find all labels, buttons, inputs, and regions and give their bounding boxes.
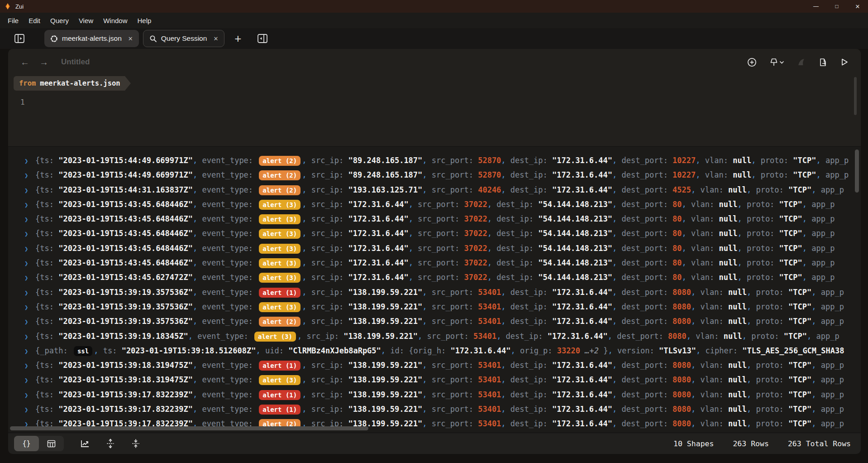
result-row[interactable]: ❯{ts: "2023-01-19T15:43:45.627472Z", eve…: [8, 270, 861, 285]
tab-meerkat-alerts[interactable]: meerkat-alerts.json ✕: [44, 30, 139, 47]
alert-badge: alert (3): [259, 214, 300, 224]
menu-view[interactable]: View: [74, 14, 98, 27]
expand-chevron-icon[interactable]: ❯: [24, 154, 35, 168]
view-toggle-group: {}: [14, 436, 64, 451]
menu-window[interactable]: Window: [98, 14, 132, 27]
result-row[interactable]: ❯{ts: "2023-01-19T15:39:17.832239Z", eve…: [8, 387, 861, 402]
pin-query-button[interactable]: [769, 58, 784, 67]
ts-value: "2023-01-19T15:39:18.319475Z": [58, 361, 193, 370]
result-row[interactable]: ❯{ts: "2023-01-19T15:39:19.357536Z", eve…: [8, 314, 861, 328]
menu-bar: File Edit Query View Window Help: [0, 13, 868, 28]
expand-chevron-icon[interactable]: ❯: [24, 198, 35, 212]
ts-value: "2023-01-19T15:39:18.512608Z": [122, 346, 256, 355]
query-from-pill[interactable]: from meerkat-alerts.json: [14, 76, 125, 91]
expand-chevron-icon[interactable]: ❯: [24, 168, 35, 182]
line-chart-icon: [80, 439, 90, 448]
expand-chevron-icon[interactable]: ❯: [24, 300, 35, 314]
tab-close-icon[interactable]: ✕: [213, 35, 218, 42]
expand-chevron-icon[interactable]: ❯: [24, 212, 35, 226]
run-query-button[interactable]: [840, 58, 849, 67]
alert-badge: alert (1): [259, 405, 300, 415]
result-row[interactable]: ❯{ts: "2023-01-19T15:44:31.163837Z", eve…: [8, 183, 861, 197]
menu-query[interactable]: Query: [45, 14, 74, 27]
shapes-count: 10 Shapes: [673, 439, 714, 448]
editor-line-number: 1: [20, 98, 25, 106]
menu-file[interactable]: File: [3, 14, 24, 27]
expand-all-button[interactable]: [106, 439, 115, 449]
result-row[interactable]: ❯{ts: "2023-01-19T15:39:18.319475Z", eve…: [8, 372, 861, 387]
result-row[interactable]: ❯{ts: "2023-01-19T15:44:49.669971Z", eve…: [8, 153, 861, 168]
result-row[interactable]: ❯{ts: "2023-01-19T15:39:19.357536Z", eve…: [8, 299, 861, 314]
alert-badge: alert (1): [259, 288, 300, 298]
path-badge: ssl: [74, 346, 92, 356]
export-results-button[interactable]: [818, 58, 828, 67]
zui-logo-icon: [4, 3, 11, 10]
new-tab-button[interactable]: +: [234, 34, 241, 43]
expand-vertical-icon: [106, 439, 115, 449]
query-title: Untitled: [61, 58, 90, 67]
result-row[interactable]: ❯{ts: "2023-01-19T15:43:45.648446Z", eve…: [8, 256, 861, 270]
ts-value: "2023-01-19T15:44:31.163837Z": [58, 185, 193, 194]
ts-value: "2023-01-19T15:39:18.319475Z": [58, 375, 193, 384]
tab-label: meerkat-alerts.json: [62, 34, 122, 43]
chart-view-button[interactable]: [80, 439, 90, 448]
alert-badge: alert (1): [259, 361, 300, 371]
menu-edit[interactable]: Edit: [24, 14, 45, 27]
json-view-button[interactable]: {}: [14, 436, 39, 451]
history-back-button[interactable]: ←: [20, 57, 29, 68]
alert-badge: alert (1): [259, 390, 300, 400]
expand-chevron-icon[interactable]: ❯: [24, 241, 35, 256]
tab-close-icon[interactable]: ✕: [128, 35, 133, 42]
alert-badge: alert (3): [259, 229, 300, 239]
result-row[interactable]: ❯{ts: "2023-01-19T15:43:45.648446Z", eve…: [8, 226, 861, 241]
alert-badge: alert (2): [259, 185, 300, 195]
expand-chevron-icon[interactable]: ❯: [24, 256, 35, 270]
expand-chevron-icon[interactable]: ❯: [24, 344, 35, 358]
query-source: meerkat-alerts.json: [40, 79, 120, 87]
result-row[interactable]: ❯{ts: "2023-01-19T15:39:19.18345Z", even…: [8, 329, 861, 343]
tab-bar: meerkat-alerts.json ✕ Query Session ✕ +: [0, 28, 868, 49]
zui-app-window: Zui — □ ✕ File Edit Query View Window He…: [0, 0, 868, 463]
toggle-left-sidebar-button[interactable]: [14, 33, 25, 44]
horizontal-scrollbar[interactable]: [10, 426, 368, 430]
history-forward-button[interactable]: →: [39, 57, 48, 68]
new-query-button[interactable]: [747, 58, 757, 67]
result-row[interactable]: ❯{ts: "2023-01-19T15:39:17.832239Z", eve…: [8, 402, 861, 416]
query-editor-pane: ← → Untitled: [8, 49, 861, 147]
menu-help[interactable]: Help: [133, 14, 157, 27]
expand-chevron-icon[interactable]: ❯: [24, 270, 35, 285]
expand-chevron-icon[interactable]: ❯: [24, 183, 35, 197]
editor-scrollbar[interactable]: [854, 77, 857, 115]
expand-chevron-icon[interactable]: ❯: [24, 329, 35, 343]
close-button[interactable]: ✕: [847, 0, 868, 13]
result-row[interactable]: ❯{ts: "2023-01-19T15:43:45.648446Z", eve…: [8, 212, 861, 226]
expand-chevron-icon[interactable]: ❯: [24, 227, 35, 241]
field-key: _path:: [40, 346, 72, 355]
search-icon: [149, 35, 157, 43]
expand-chevron-icon[interactable]: ❯: [24, 373, 35, 387]
result-row-ssl[interactable]: ❯{_path: ssl, ts: "2023-01-19T15:39:18.5…: [8, 343, 861, 358]
maximize-button[interactable]: □: [826, 0, 847, 13]
expand-chevron-icon[interactable]: ❯: [24, 285, 35, 299]
alert-badge: alert (3): [259, 302, 300, 312]
expand-chevron-icon[interactable]: ❯: [24, 402, 35, 416]
tab-query-session[interactable]: Query Session ✕: [143, 30, 225, 47]
alert-badge: alert (3): [259, 258, 300, 268]
chevron-down-icon: [780, 62, 783, 63]
expand-chevron-icon[interactable]: ❯: [24, 314, 35, 328]
table-view-button[interactable]: [39, 436, 64, 451]
vertical-scrollbar[interactable]: [855, 150, 859, 193]
collapse-all-button[interactable]: [131, 439, 140, 449]
expand-chevron-icon[interactable]: ❯: [24, 388, 35, 402]
ts-value: "2023-01-19T15:43:45.648446Z": [58, 200, 193, 209]
result-row[interactable]: ❯{ts: "2023-01-19T15:43:45.648446Z", eve…: [8, 197, 861, 212]
ts-value: "2023-01-19T15:39:19.18345Z": [58, 332, 188, 341]
result-row[interactable]: ❯{ts: "2023-01-19T15:39:19.357536Z", eve…: [8, 285, 861, 299]
result-row[interactable]: ❯{ts: "2023-01-19T15:39:18.319475Z", eve…: [8, 358, 861, 372]
editor-toolbar: [747, 58, 849, 67]
result-row[interactable]: ❯{ts: "2023-01-19T15:43:45.648446Z", eve…: [8, 241, 861, 256]
result-row[interactable]: ❯{ts: "2023-01-19T15:44:49.669971Z", eve…: [8, 168, 861, 182]
expand-chevron-icon[interactable]: ❯: [24, 358, 35, 372]
minimize-button[interactable]: —: [806, 0, 826, 13]
toggle-right-sidebar-button[interactable]: [257, 33, 268, 44]
